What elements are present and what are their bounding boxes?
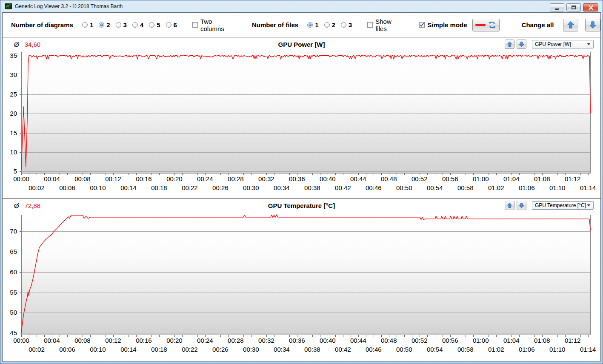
radio-button-icon — [132, 22, 138, 28]
radio-option-label: 5 — [157, 21, 160, 28]
x-tick-label: 00:54 — [421, 346, 449, 353]
x-tick-label: 01:14 — [574, 184, 601, 192]
signal-select[interactable]: GPU Temperature [°C] — [532, 201, 594, 210]
x-tick-label: 00:40 — [314, 175, 341, 183]
x-tick-label: 00:48 — [375, 337, 403, 344]
x-tick-label: 00:20 — [161, 337, 188, 344]
files-radio-option-1[interactable]: 1 — [307, 21, 318, 28]
y-tick-label: 60 — [3, 268, 17, 276]
x-tick-label: 00:30 — [237, 346, 265, 353]
plot-area-gpu-temperature[interactable]: 70656055504500:0000:0200:0400:0600:0800:… — [3, 199, 600, 361]
x-tick-label: 00:14 — [115, 346, 142, 353]
x-tick-label: 00:16 — [130, 337, 157, 344]
radio-button-icon — [307, 22, 313, 28]
x-tick-label: 00:38 — [299, 184, 326, 192]
x-tick-label: 00:16 — [130, 175, 157, 183]
x-tick-label: 01:02 — [483, 346, 510, 353]
x-tick-label: 00:44 — [345, 175, 372, 183]
radio-dot-icon — [100, 23, 103, 26]
simple-mode-checkbox[interactable]: Simple mode — [419, 21, 467, 28]
x-tick-label: 00:00 — [8, 337, 35, 344]
close-button[interactable] — [583, 3, 598, 11]
x-tick-label: 00:58 — [452, 184, 479, 192]
x-tick-label: 00:24 — [191, 175, 219, 183]
x-tick-label: 01:06 — [513, 184, 540, 192]
diagrams-radio-group: 123456 — [77, 21, 177, 28]
x-tick-label: 00:50 — [391, 346, 418, 353]
move-chart-down-button[interactable] — [517, 201, 526, 210]
x-tick-label: 01:12 — [559, 337, 586, 344]
x-tick-label: 00:02 — [23, 184, 50, 192]
radio-button-icon — [116, 22, 121, 28]
diagrams-label: Number of diagrams — [11, 21, 73, 28]
x-tick-label: 00:28 — [222, 175, 249, 183]
y-tick-label: 45 — [3, 329, 17, 337]
x-tick-label: 00:12 — [100, 175, 127, 183]
x-tick-label: 00:50 — [391, 184, 418, 192]
x-tick-label: 00:22 — [176, 346, 203, 353]
two-columns-checkbox[interactable]: Two columns — [192, 18, 235, 32]
x-tick-label: 01:08 — [529, 337, 556, 344]
maximize-button[interactable] — [566, 3, 581, 11]
dropdown-arrow-icon — [587, 43, 591, 46]
y-tick-label: 70 — [3, 228, 17, 235]
x-tick-label: 00:26 — [207, 346, 234, 353]
radio-button-icon — [149, 22, 154, 28]
titlebar[interactable]: Generic Log Viewer 3.2 - © 2018 Thomas B… — [2, 0, 601, 12]
window-controls — [550, 3, 598, 11]
radio-option-label: 3 — [349, 21, 352, 28]
x-tick-label: 00:10 — [84, 346, 111, 353]
files-radio-option-2[interactable]: 2 — [324, 21, 335, 28]
chart-controls: GPU Power [W] — [505, 40, 594, 49]
diagrams-radio-option-2[interactable]: 2 — [99, 21, 110, 28]
x-tick-label: 00:58 — [452, 346, 479, 353]
diagrams-radio-option-6[interactable]: 6 — [166, 21, 177, 28]
x-tick-label: 00:14 — [115, 184, 142, 192]
show-files-checkbox[interactable]: Show files — [367, 18, 402, 32]
chart-panel-gpu-temperature: 70656055504500:0000:0200:0400:0600:0800:… — [3, 199, 600, 361]
arrow-up-icon — [507, 41, 512, 47]
x-tick-label: 01:10 — [544, 346, 571, 353]
app-window: Generic Log Viewer 3.2 - © 2018 Thomas B… — [0, 0, 603, 364]
maximize-icon — [572, 6, 576, 9]
checkbox-box-icon — [419, 22, 425, 28]
diagrams-radio-option-5[interactable]: 5 — [149, 21, 160, 28]
radio-option-label: 1 — [315, 21, 318, 28]
line-style-refresh-button[interactable] — [472, 19, 500, 31]
chart-header: Ø 34,60 GPU Power [W] — [3, 37, 600, 50]
y-tick-label: 55 — [3, 289, 17, 296]
files-label: Number of files — [252, 21, 298, 28]
diagrams-radio-option-3[interactable]: 3 — [116, 21, 127, 28]
x-tick-label: 00:12 — [100, 337, 127, 344]
x-tick-label: 00:04 — [38, 175, 66, 183]
change-all-down-button[interactable] — [585, 19, 600, 31]
checkbox-box-icon — [192, 22, 198, 28]
minimize-button[interactable] — [550, 3, 564, 11]
x-tick-label: 00:18 — [146, 346, 173, 353]
x-tick-label: 00:30 — [237, 184, 265, 192]
x-tick-label: 01:06 — [513, 346, 540, 353]
x-tick-label: 01:08 — [529, 175, 556, 183]
y-tick-label: 50 — [3, 309, 17, 316]
window-title: Generic Log Viewer 3.2 - © 2018 Thomas B… — [15, 3, 123, 9]
diagrams-radio-option-4[interactable]: 4 — [132, 21, 143, 28]
arrow-down-icon — [589, 21, 597, 29]
move-chart-up-button[interactable] — [505, 40, 514, 49]
diagrams-radio-option-1[interactable]: 1 — [82, 21, 93, 28]
signal-select[interactable]: GPU Power [W] — [532, 40, 594, 48]
move-chart-up-button[interactable] — [505, 201, 514, 210]
y-tick-label: 20 — [3, 110, 17, 117]
plot-area-gpu-power[interactable]: 353025201510500:0000:0200:0400:0600:0800… — [3, 37, 600, 198]
x-tick-label: 00:56 — [437, 337, 464, 344]
x-tick-label: 00:22 — [176, 184, 203, 192]
change-all-up-button[interactable] — [563, 19, 578, 31]
x-tick-label: 00:10 — [84, 184, 111, 192]
x-tick-label: 00:34 — [268, 346, 295, 353]
radio-option-label: 2 — [332, 21, 335, 28]
x-tick-label: 01:14 — [574, 346, 601, 353]
arrow-down-icon — [519, 41, 524, 47]
x-tick-label: 00:20 — [161, 175, 188, 183]
move-chart-down-button[interactable] — [517, 40, 526, 49]
x-tick-label: 00:28 — [222, 337, 249, 344]
files-radio-option-3[interactable]: 3 — [341, 21, 352, 28]
